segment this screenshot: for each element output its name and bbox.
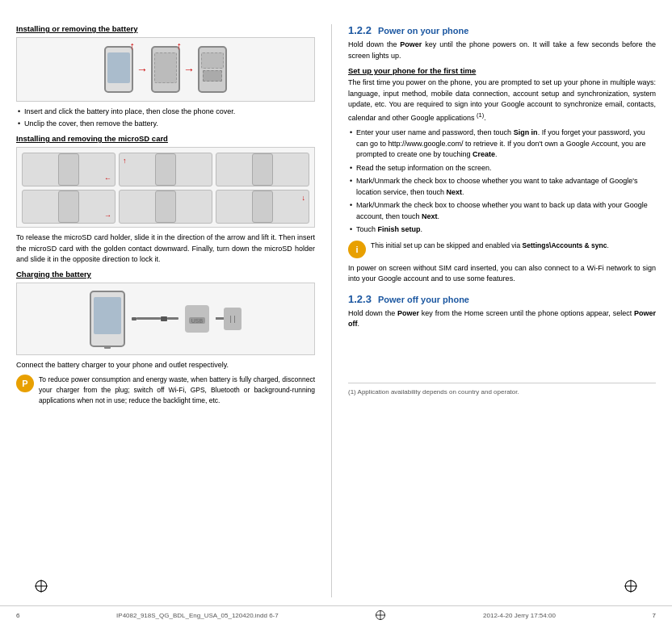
footer: 6 IP4082_918S_QG_BDL_Eng_USA_05_120420.i… <box>0 605 672 624</box>
footnote-area: (1) Application availability depends on … <box>348 334 656 396</box>
section-1-2-2-title: Power on your phone <box>378 26 468 36</box>
cable-graphic <box>132 316 178 321</box>
battery-bullet-1: Insert and click the battery into place,… <box>16 107 315 117</box>
charging-title: Charging the battery <box>16 270 315 278</box>
left-column: Installing or removing the battery ↑ → ↑ <box>16 24 315 597</box>
setup-bullet-1: Enter your user name and password, then … <box>348 128 656 161</box>
charging-info-box: P To reduce power consumption and energy… <box>16 375 315 405</box>
charger-adapter: USB <box>185 305 209 333</box>
section-1-2-3-number: 1.2.3 <box>348 293 372 305</box>
microsd-title: Installing and removing the microSD card <box>16 134 315 143</box>
arrow-graphic-1: → <box>136 63 148 76</box>
section-1-2-2-number: 1.2.2 <box>348 24 372 36</box>
phone-graphic-2: ↑ <box>151 46 180 93</box>
microsd-body: To release the microSD card holder, slid… <box>16 232 315 266</box>
charging-body: Connect the battery charger to your phon… <box>16 360 315 371</box>
setup-bullet-5: Touch Finish setup. <box>348 224 656 236</box>
power-on-body1: Hold down the Power key until the phone … <box>348 40 656 61</box>
battery-bullet-2: Unclip the cover, then remove the batter… <box>16 119 315 129</box>
section-1-2-2: 1.2.2 Power on your phone Hold down the … <box>348 24 656 285</box>
battery-image: ↑ → ↑ → <box>16 37 315 102</box>
arrow-graphic-2: → <box>183 63 195 76</box>
footer-file-info: IP4082_918S_QG_BDL_Eng_USA_05_120420.ind… <box>116 612 279 619</box>
microsd-image: ← ↑ → <box>16 147 315 228</box>
footer-crosshair <box>375 609 386 621</box>
setup-bullet-2: Read the setup information on the screen… <box>348 163 656 174</box>
section-1-2-3: 1.2.3 Power off your phone Hold down the… <box>348 293 656 330</box>
outlet-graphic: | | <box>216 308 242 330</box>
footnote-text: (1) Application availability depends on … <box>348 388 519 396</box>
setup-body: The first time you power on the phone, y… <box>348 77 656 124</box>
section-1-2-3-title: Power off your phone <box>378 295 469 304</box>
battery-title: Installing or removing the battery <box>16 24 315 33</box>
power-off-body: Hold down the Power key from the Home sc… <box>348 308 656 330</box>
charging-info-text: To reduce power consumption and energy w… <box>39 375 315 405</box>
microsd-section: Installing and removing the microSD card… <box>16 134 315 266</box>
crosshair-bottom-right <box>624 579 638 593</box>
setup-bullet-3: Mark/Unmark the check box to choose whet… <box>348 176 656 198</box>
page-number-left: 6 <box>16 612 19 619</box>
crosshair-bottom-left <box>34 579 48 593</box>
charging-image: USB | | <box>16 283 315 355</box>
setup-info-box: i This initial set up can be skipped and… <box>348 241 656 258</box>
phone-graphic-3 <box>198 46 227 93</box>
setup-subtitle: Set up your phone for the first time <box>348 66 656 75</box>
svg-text:i: i <box>355 245 358 254</box>
setup-info-text: This initial set up can be skipped and e… <box>371 241 609 251</box>
phone-graphic-1: ↑ <box>104 46 133 93</box>
battery-section: Installing or removing the battery ↑ → ↑ <box>16 24 315 128</box>
setup-wifi-note: In power on screen without SIM card inse… <box>348 263 656 285</box>
footer-date-info: 2012-4-20 Jerry 17:54:00 <box>483 612 556 619</box>
svg-text:P: P <box>22 379 27 388</box>
charging-section: Charging the battery <box>16 270 315 406</box>
right-column: 1.2.2 Power on your phone Hold down the … <box>348 24 656 597</box>
column-divider <box>331 24 332 597</box>
page-number-right: 7 <box>653 612 656 619</box>
charging-phone <box>90 291 125 347</box>
battery-bullets: Insert and click the battery into place,… <box>16 107 315 128</box>
setup-bullets: Enter your user name and password, then … <box>348 128 656 236</box>
footnote: (1) Application availability depends on … <box>348 383 656 396</box>
info-icon-charging: P <box>16 375 34 392</box>
info-icon-setup: i <box>348 241 366 258</box>
setup-bullet-4: Mark/Unmark the check box to choose whet… <box>348 200 656 222</box>
